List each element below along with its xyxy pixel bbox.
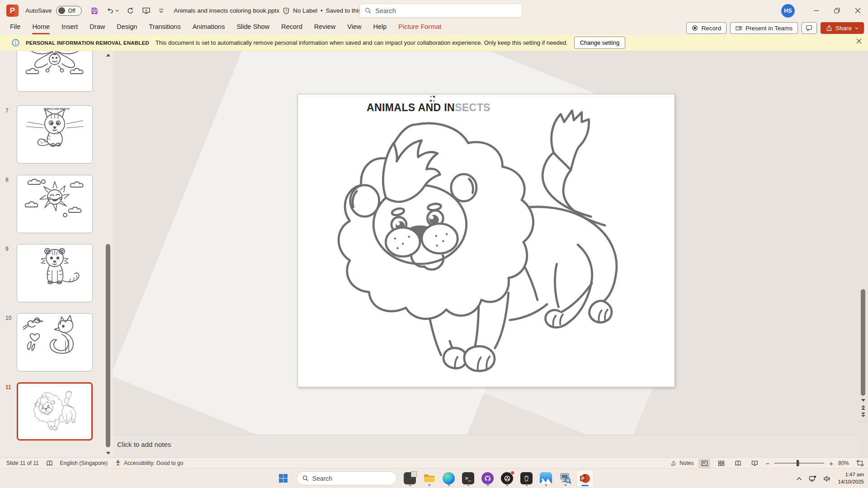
terminal-icon[interactable]: >_ (460, 470, 477, 487)
record-icon (692, 25, 698, 31)
zoom-level[interactable]: 80% (838, 460, 849, 466)
obs-studio-icon[interactable] (499, 470, 516, 487)
thumbnail-slide-8-sun[interactable] (17, 175, 93, 233)
autosave-toggle[interactable]: Off (56, 6, 82, 16)
thumbnail-slide-11-lion[interactable] (17, 382, 93, 441)
tab-home[interactable]: Home (26, 21, 56, 35)
tab-help[interactable]: Help (367, 21, 392, 35)
edge-icon (443, 472, 455, 484)
accessibility-status[interactable]: Accessibility: Good to go (115, 460, 183, 466)
banner-close-icon[interactable] (856, 38, 862, 44)
photos-app-icon[interactable] (538, 470, 555, 487)
notes-toggle-button[interactable]: Notes (670, 460, 693, 466)
tab-insert[interactable]: Insert (56, 21, 84, 35)
start-slideshow-icon[interactable] (142, 7, 151, 14)
thumbnail-slide-6-butterfly[interactable] (17, 51, 93, 92)
zoom-out-icon[interactable]: − (765, 460, 769, 467)
normal-view-button[interactable] (698, 459, 710, 468)
reading-view-icon (735, 460, 741, 466)
tab-design[interactable]: Design (111, 21, 143, 35)
github-desktop-icon[interactable] (479, 470, 496, 487)
minimize-button[interactable] (806, 0, 826, 21)
title-bar: P AutoSave Off (0, 0, 868, 21)
redo-icon[interactable] (127, 7, 134, 14)
status-bar: Slide 11 of 11 English (Singapore) Acces… (0, 457, 868, 468)
reading-view-button[interactable] (732, 459, 744, 468)
taskbar-clock[interactable]: 1:47 am 14/10/2025 (838, 471, 864, 485)
zoom-slider-tick (799, 461, 800, 465)
titlebar-search[interactable] (359, 4, 522, 18)
fit-slide-button[interactable] (854, 459, 866, 468)
terminal-prompt-icon: >_ (462, 472, 474, 484)
zoom-slider-handle[interactable] (797, 460, 799, 466)
slide-11-editing-surface[interactable]: ANIMALS AND INSECTS (297, 94, 675, 387)
undo-icon[interactable] (106, 7, 119, 14)
slide-thumbnail-panel: 7 ANIMALS AND INSECTS 8 (0, 51, 113, 457)
tab-review[interactable]: Review (308, 21, 342, 35)
powerpoint-logo-icon[interactable]: P (6, 5, 19, 17)
sensitivity-label[interactable]: No Label (293, 7, 317, 14)
change-setting-button[interactable]: Change setting (574, 37, 625, 49)
present-in-teams-button[interactable]: T Present in Teams (730, 22, 798, 34)
taskbar-search-input[interactable] (312, 475, 391, 482)
zoom-slider[interactable] (774, 463, 824, 464)
tab-view[interactable]: View (341, 21, 367, 35)
separator-dot: • (321, 7, 323, 14)
tab-file[interactable]: File (4, 21, 26, 35)
notification-badge (510, 471, 514, 475)
share-icon (826, 25, 832, 31)
svg-text:ANIMALS AND INSECTS: ANIMALS AND INSECTS (43, 108, 70, 110)
panel-scroll-down-icon[interactable] (105, 450, 111, 456)
comments-button[interactable] (802, 22, 817, 34)
thumbnail-number: 10 (5, 315, 11, 321)
record-button[interactable]: Record (686, 22, 726, 34)
thumbnail-slide-10-fox[interactable] (17, 313, 93, 371)
lion-picture[interactable] (328, 106, 626, 382)
share-label: Share (835, 25, 852, 32)
taskbar-search[interactable] (297, 471, 397, 485)
thumbnail-slide-9-tiger[interactable] (17, 244, 93, 302)
tab-record[interactable]: Record (275, 21, 308, 35)
panel-scrollbar[interactable] (106, 244, 110, 447)
previous-slide-button[interactable] (860, 404, 867, 411)
tab-picture-format[interactable]: Picture Format (392, 21, 447, 35)
powerpoint-taskbar-icon[interactable]: P (576, 470, 594, 487)
file-explorer-icon[interactable] (421, 470, 438, 487)
slide-sorter-view-button[interactable] (715, 459, 727, 468)
next-slide-button[interactable] (860, 412, 867, 418)
tab-slide-show[interactable]: Slide Show (231, 21, 275, 35)
folder-icon (423, 472, 435, 484)
computer-search-app-icon[interactable] (557, 470, 574, 487)
notes-pane[interactable]: Click to add notes (113, 435, 858, 457)
spellcheck-book-icon (46, 460, 53, 466)
share-chevron-icon (855, 27, 859, 29)
thumbnail-slide-7-cat[interactable]: ANIMALS AND INSECTS (17, 105, 93, 164)
slide-show-view-button[interactable] (749, 459, 760, 468)
tray-chevron-up-icon[interactable] (796, 477, 802, 481)
edge-browser-icon[interactable] (440, 470, 458, 487)
share-button[interactable]: Share (821, 22, 864, 34)
scrollbar-thumb[interactable] (861, 289, 865, 396)
slide-indicator: Slide 11 of 11 (6, 460, 39, 466)
spell-check-button[interactable] (46, 460, 53, 466)
save-icon[interactable] (90, 7, 99, 15)
task-view-icon[interactable] (401, 470, 419, 487)
language-selector[interactable]: English (Singapore) (60, 460, 108, 466)
panel-scroll-up-icon[interactable] (105, 52, 111, 58)
volume-icon[interactable] (823, 475, 831, 482)
butterfly-drawing (18, 51, 91, 79)
search-input[interactable] (375, 7, 517, 14)
avatar[interactable]: HS (781, 4, 795, 18)
tab-draw[interactable]: Draw (84, 21, 111, 35)
close-button[interactable] (847, 0, 868, 21)
quick-access-overflow-icon[interactable] (158, 8, 164, 14)
network-icon[interactable] (809, 475, 816, 482)
zoom-in-icon[interactable]: + (829, 460, 833, 467)
start-button[interactable] (275, 470, 292, 487)
tab-animations[interactable]: Animations (187, 21, 231, 35)
scroll-down-icon[interactable] (860, 397, 867, 404)
restore-button[interactable] (826, 0, 847, 21)
dark-utility-app-icon[interactable] (518, 470, 535, 487)
normal-view-icon (701, 460, 708, 466)
tab-transitions[interactable]: Transitions (143, 21, 186, 35)
